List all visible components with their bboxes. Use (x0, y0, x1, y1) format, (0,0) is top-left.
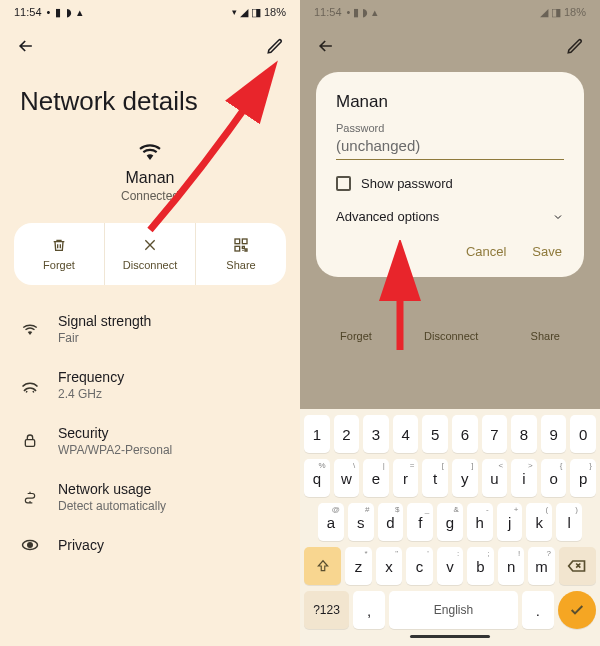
key-7[interactable]: 7 (482, 415, 508, 453)
key-i[interactable]: i> (511, 459, 537, 497)
network-summary: Manan Connected (0, 127, 300, 209)
row-frequency[interactable]: Frequency 2.4 GHz (0, 357, 300, 413)
signal-icon: ◢ (240, 6, 248, 19)
key-y[interactable]: y] (452, 459, 478, 497)
key-x[interactable]: x" (376, 547, 403, 585)
key-g[interactable]: g& (437, 503, 463, 541)
page-title: Network details (0, 68, 300, 127)
row-label: Network usage (58, 481, 166, 497)
back-icon[interactable] (16, 36, 36, 56)
qr-icon (233, 237, 249, 253)
checkbox-icon (336, 176, 351, 191)
row-label: Signal strength (58, 313, 151, 329)
advanced-options-toggle[interactable]: Advanced options (336, 209, 564, 224)
key-backspace[interactable] (559, 547, 596, 585)
key-6[interactable]: 6 (452, 415, 478, 453)
key-k[interactable]: k( (526, 503, 552, 541)
key-b[interactable]: b; (467, 547, 494, 585)
key-q[interactable]: q% (304, 459, 330, 497)
row-label: Security (58, 425, 172, 441)
top-bar (0, 24, 300, 68)
key-z[interactable]: z* (345, 547, 372, 585)
key-c[interactable]: c' (406, 547, 433, 585)
share-button[interactable]: Share (195, 223, 286, 285)
key-space[interactable]: English (389, 591, 518, 629)
key-h[interactable]: h- (467, 503, 493, 541)
svg-rect-0 (235, 239, 240, 244)
key-8[interactable]: 8 (511, 415, 537, 453)
forget-button[interactable]: Forget (14, 223, 104, 285)
key-r[interactable]: r= (393, 459, 419, 497)
key-l[interactable]: l) (556, 503, 582, 541)
password-input[interactable]: (unchanged) (336, 134, 564, 160)
status-time: 11:54 (14, 6, 42, 18)
battery-pct: 18% (264, 6, 286, 18)
back-icon[interactable] (316, 36, 336, 56)
behind-actions: Forget Disconnect Share (300, 330, 600, 342)
key-u[interactable]: u< (482, 459, 508, 497)
carrier-icon: ◗ (66, 6, 72, 19)
network-name: Manan (126, 169, 175, 187)
svg-rect-1 (242, 239, 247, 244)
chevron-down-icon (552, 211, 564, 223)
show-password-label: Show password (361, 176, 453, 191)
status-bar: 11:54 • ▮ ◗ ▴ ▾ ◢ ◨ 18% (0, 0, 300, 24)
svg-rect-3 (25, 440, 34, 447)
row-security[interactable]: Security WPA/WPA2-Personal (0, 413, 300, 469)
key-0[interactable]: 0 (570, 415, 596, 453)
key-3[interactable]: 3 (363, 415, 389, 453)
frequency-icon (20, 377, 40, 393)
key-m[interactable]: m? (528, 547, 555, 585)
key-n[interactable]: n! (498, 547, 525, 585)
edit-network-dialog: Manan Password (unchanged) Show password… (316, 72, 584, 277)
privacy-icon (20, 538, 40, 552)
actions-bar: Forget Disconnect Share (14, 223, 286, 285)
key-w[interactable]: w\ (334, 459, 360, 497)
show-password-checkbox[interactable]: Show password (336, 176, 564, 191)
network-details-screen: 11:54 • ▮ ◗ ▴ ▾ ◢ ◨ 18% Network details … (0, 0, 300, 646)
battery-saver-icon: ▮ (55, 6, 61, 19)
row-network-usage[interactable]: Network usage Detect automatically (0, 469, 300, 525)
key-enter[interactable] (558, 591, 596, 629)
save-button[interactable]: Save (530, 238, 564, 265)
forget-label: Forget (43, 259, 75, 271)
key-o[interactable]: o{ (541, 459, 567, 497)
row-privacy[interactable]: Privacy (0, 525, 300, 565)
key-e[interactable]: e| (363, 459, 389, 497)
edit-icon[interactable] (266, 37, 284, 55)
key-p[interactable]: p} (570, 459, 596, 497)
network-status: Connected (121, 189, 179, 203)
key-1[interactable]: 1 (304, 415, 330, 453)
nav-handle[interactable] (410, 635, 490, 638)
key-f[interactable]: f_ (407, 503, 433, 541)
key-2[interactable]: 2 (334, 415, 360, 453)
details-list: Signal strength Fair Frequency 2.4 GHz S… (0, 297, 300, 569)
key-9[interactable]: 9 (541, 415, 567, 453)
key-shift[interactable] (304, 547, 341, 585)
key-j[interactable]: j+ (497, 503, 523, 541)
key-5[interactable]: 5 (422, 415, 448, 453)
key-period[interactable]: . (522, 591, 554, 629)
row-signal-strength[interactable]: Signal strength Fair (0, 301, 300, 357)
svg-point-5 (28, 543, 33, 548)
key-comma[interactable]: , (353, 591, 385, 629)
forget-label: Forget (340, 330, 372, 342)
key-4[interactable]: 4 (393, 415, 419, 453)
close-icon (142, 237, 158, 253)
key-symbols[interactable]: ?123 (304, 591, 349, 629)
soft-keyboard: 1234567890 q%w\e|r=t[y]u<i>o{p} a@s#d$f_… (300, 409, 600, 646)
wifi-icon (136, 141, 164, 161)
battery-icon: ◨ (251, 6, 261, 19)
chat-icon: • (47, 6, 51, 18)
key-s[interactable]: s# (348, 503, 374, 541)
key-d[interactable]: d$ (378, 503, 404, 541)
key-a[interactable]: a@ (318, 503, 344, 541)
cancel-button[interactable]: Cancel (464, 238, 508, 265)
share-label: Share (226, 259, 255, 271)
disconnect-button[interactable]: Disconnect (104, 223, 195, 285)
edit-icon[interactable] (566, 37, 584, 55)
security-icon (20, 432, 40, 450)
key-v[interactable]: v: (437, 547, 464, 585)
signal-strength-icon (20, 322, 40, 336)
key-t[interactable]: t[ (422, 459, 448, 497)
